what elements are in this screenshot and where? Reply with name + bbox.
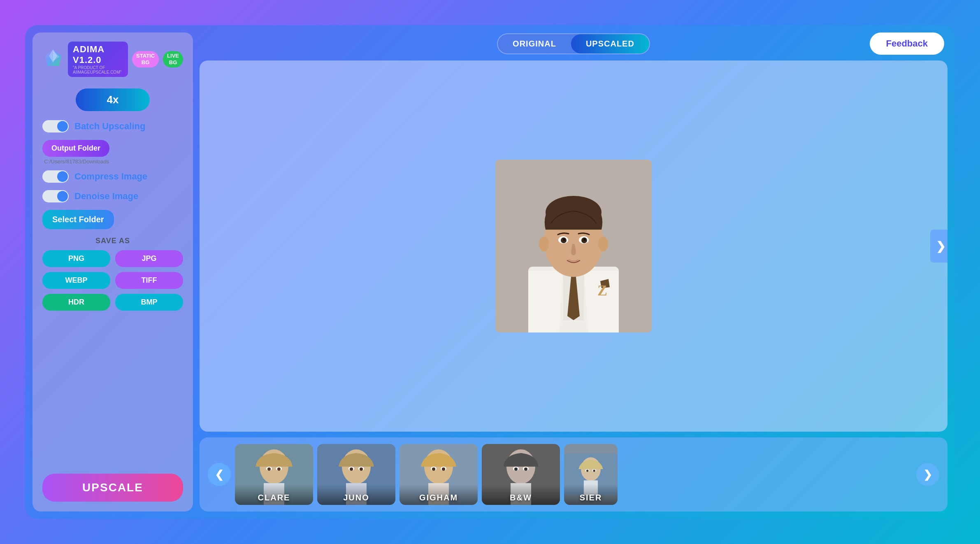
svg-point-50 bbox=[514, 467, 518, 471]
svg-point-22 bbox=[598, 237, 608, 251]
svg-point-51 bbox=[524, 467, 527, 471]
chevron-right-icon: ❯ bbox=[936, 239, 945, 253]
format-webp-button[interactable]: WEBP bbox=[42, 272, 110, 289]
feedback-button[interactable]: Feedback bbox=[870, 33, 945, 55]
svg-marker-10 bbox=[584, 271, 619, 332]
output-folder-button[interactable]: Output Folder bbox=[42, 140, 109, 157]
strip-item-label-gigham: GIGHAM bbox=[399, 493, 478, 502]
select-folder-button[interactable]: Select Folder bbox=[42, 210, 114, 229]
strip-prev-icon: ❮ bbox=[215, 468, 224, 481]
compress-image-toggle[interactable] bbox=[42, 170, 69, 183]
strip-item-label-clare: CLARE bbox=[235, 493, 313, 502]
app-title: ADIMA V1.2.0 bbox=[73, 44, 123, 65]
strip-next-button[interactable]: ❯ bbox=[916, 463, 939, 486]
svg-point-20 bbox=[583, 238, 586, 241]
right-panel: ORIGINAL UPSCALED Feedback bbox=[200, 33, 947, 511]
strip-item-bw[interactable]: B&W bbox=[482, 444, 560, 505]
strip-item-juno[interactable]: JUNO bbox=[317, 444, 395, 505]
svg-marker-9 bbox=[528, 271, 563, 332]
header-bar: ADIMA V1.2.0 "A PRODUCT OF AIIMAGEUPSCAL… bbox=[42, 42, 183, 77]
main-image-area: Z ❯ bbox=[200, 60, 947, 432]
strip-item-gigham[interactable]: GIGHAM bbox=[399, 444, 478, 505]
format-grid: PNG JPG WEBP TIFF HDR BMP bbox=[42, 250, 183, 311]
compress-image-row: Compress Image bbox=[42, 170, 183, 183]
batch-upscaling-row: Batch Upscaling bbox=[42, 120, 183, 133]
left-panel: ADIMA V1.2.0 "A PRODUCT OF AIIMAGEUPSCAL… bbox=[33, 33, 193, 511]
app-subtitle: "A PRODUCT OF AIIMAGEUPSCALE.COM" bbox=[73, 65, 123, 74]
compress-image-label: Compress Image bbox=[74, 171, 147, 182]
bottom-strip: ❮ CLARE bbox=[200, 437, 947, 511]
top-bar: ORIGINAL UPSCALED Feedback bbox=[200, 33, 947, 55]
denoise-image-row: Denoise Image bbox=[42, 190, 183, 202]
svg-point-58 bbox=[593, 470, 595, 472]
svg-point-37 bbox=[360, 467, 363, 471]
original-view-button[interactable]: ORIGINAL bbox=[498, 34, 571, 53]
format-hdr-button[interactable]: HDR bbox=[42, 294, 110, 311]
strip-item-label-sier: SIER bbox=[564, 493, 618, 502]
view-toggle: ORIGINAL UPSCALED bbox=[497, 33, 650, 54]
format-bmp-button[interactable]: BMP bbox=[115, 294, 183, 311]
tag-live[interactable]: LIVEBG bbox=[163, 51, 183, 67]
upscale-button[interactable]: UPSCALE bbox=[42, 474, 183, 502]
upscaled-view-button[interactable]: UPSCALED bbox=[571, 34, 649, 53]
format-png-button[interactable]: PNG bbox=[42, 250, 110, 267]
denoise-image-label: Denoise Image bbox=[74, 191, 138, 202]
strip-item-label-bw: B&W bbox=[482, 493, 560, 502]
strip-prev-button[interactable]: ❮ bbox=[208, 463, 231, 486]
batch-upscaling-label: Batch Upscaling bbox=[74, 121, 145, 132]
folder-path: C:/Users/81783/Downloads bbox=[42, 158, 183, 165]
svg-point-57 bbox=[586, 470, 588, 472]
svg-point-43 bbox=[432, 467, 435, 471]
save-as-label: SAVE AS bbox=[42, 237, 183, 245]
format-jpg-button[interactable]: JPG bbox=[115, 250, 183, 267]
strip-item-clare[interactable]: CLARE bbox=[235, 444, 313, 505]
logo-text-block: ADIMA V1.2.0 "A PRODUCT OF AIIMAGEUPSCAL… bbox=[68, 42, 128, 77]
batch-upscaling-toggle[interactable] bbox=[42, 120, 69, 133]
tag-static[interactable]: STATICBG bbox=[132, 51, 159, 67]
svg-point-44 bbox=[442, 467, 445, 471]
svg-point-21 bbox=[539, 237, 549, 251]
svg-point-29 bbox=[267, 467, 271, 471]
svg-point-30 bbox=[277, 467, 281, 471]
svg-point-19 bbox=[563, 238, 565, 241]
scale-button[interactable]: 4x bbox=[76, 88, 150, 111]
format-tiff-button[interactable]: TIFF bbox=[115, 272, 183, 289]
denoise-image-toggle[interactable] bbox=[42, 190, 69, 202]
svg-point-36 bbox=[350, 467, 353, 471]
main-image: Z bbox=[495, 160, 652, 332]
svg-text:Z: Z bbox=[597, 282, 607, 299]
main-container: ADIMA V1.2.0 "A PRODUCT OF AIIMAGEUPSCAL… bbox=[25, 25, 955, 519]
chevron-right-panel[interactable]: ❯ bbox=[930, 230, 947, 263]
strip-item-label-juno: JUNO bbox=[317, 493, 395, 502]
strip-next-icon: ❯ bbox=[923, 468, 932, 481]
strip-items: CLARE JUNO bbox=[235, 444, 912, 505]
logo-icon bbox=[42, 48, 64, 71]
strip-item-sier[interactable]: SIER bbox=[564, 444, 618, 505]
